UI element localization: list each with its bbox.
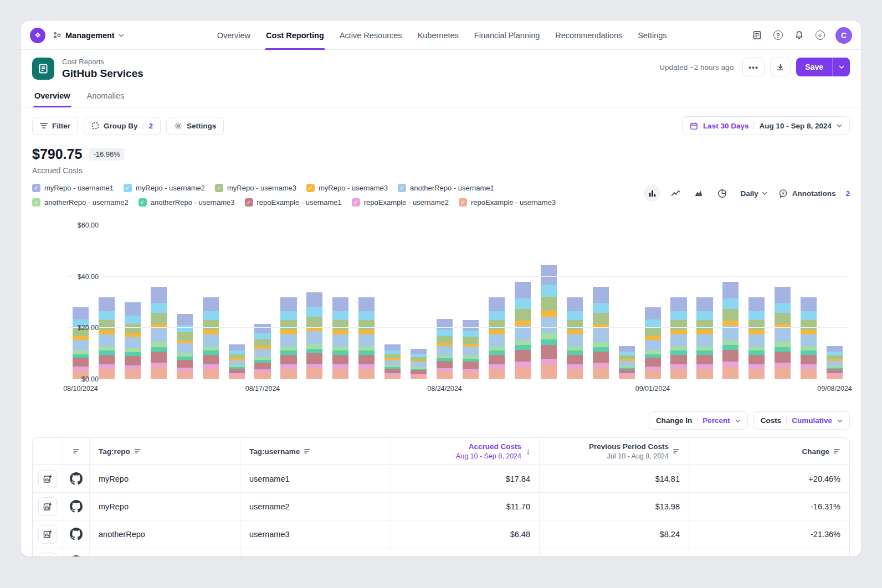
sort-icon[interactable] — [304, 448, 311, 455]
stacked-bar-08/24/2024[interactable] — [437, 225, 453, 379]
docs-icon[interactable] — [748, 27, 766, 44]
bar-segment — [775, 367, 791, 379]
bar-segment — [125, 324, 141, 333]
nav-item-kubernetes[interactable]: Kubernetes — [418, 21, 459, 50]
sort-icon[interactable] — [73, 448, 80, 455]
stacked-bar-08/21/2024[interactable] — [358, 225, 375, 379]
save-options-button[interactable] — [832, 58, 850, 76]
nav-item-cost-reporting[interactable]: Cost Reporting — [266, 21, 324, 50]
date-range-picker[interactable]: Last 30 Days Aug 10 - Sep 8, 2024 — [682, 116, 850, 135]
line-chart-type-button[interactable] — [667, 185, 684, 202]
tab-anomalies[interactable]: Anomalies — [86, 86, 126, 107]
stacked-bar-09/01/2024[interactable] — [645, 225, 661, 379]
legend-item-2[interactable]: ✓myRepo - username3 — [215, 184, 296, 192]
area-chart-type-button[interactable] — [690, 185, 707, 202]
tab-overview[interactable]: Overview — [33, 86, 71, 107]
nav-item-recommendations[interactable]: Recommendations — [555, 21, 622, 50]
stacked-bar-08/25/2024[interactable] — [463, 225, 479, 379]
stacked-bar-09/02/2024[interactable] — [670, 225, 686, 379]
header-tag-username: Tag:username — [240, 438, 391, 465]
cell-provider — [63, 520, 89, 548]
help-icon[interactable]: ? — [769, 27, 787, 44]
nav-item-financial-planning[interactable]: Financial Planning — [474, 21, 540, 50]
nav-item-settings[interactable]: Settings — [638, 21, 666, 50]
legend-item-4[interactable]: ✓anotherRepo - username1 — [398, 184, 494, 192]
more-actions-button[interactable]: ••• — [742, 58, 765, 76]
stacked-bar-08/29/2024[interactable] — [567, 225, 583, 379]
stacked-bar-08/31/2024[interactable] — [619, 225, 635, 379]
bar-segment — [567, 334, 583, 347]
nav-item-active-resources[interactable]: Active Resources — [340, 21, 402, 50]
date-range-value: Aug 10 - Sep 8, 2024 — [759, 122, 832, 130]
bar-chart-type-button[interactable] — [644, 185, 660, 202]
legend-item-3[interactable]: ✓myRepo - username3 — [306, 184, 388, 192]
stacked-bar-08/14/2024[interactable] — [177, 225, 193, 379]
stacked-bar-08/30/2024[interactable] — [593, 225, 609, 379]
bar-segment — [203, 320, 219, 330]
bar-segment — [203, 297, 219, 311]
stacked-bar-08/12/2024[interactable] — [125, 225, 141, 379]
legend-item-7[interactable]: ✓repoExample - username1 — [245, 198, 342, 207]
sort-icon[interactable] — [134, 448, 141, 455]
add-to-chart-button[interactable] — [38, 497, 57, 516]
notifications-bell-icon[interactable] — [790, 27, 808, 44]
stacked-bar-09/04/2024[interactable] — [722, 225, 739, 379]
legend-item-6[interactable]: ✓anotherRepo - username3 — [139, 198, 235, 207]
bar-segment — [358, 311, 375, 320]
legend-item-0[interactable]: ✓myRepo - username1 — [32, 184, 114, 192]
stacked-bar-09/08/2024[interactable] — [827, 225, 843, 379]
stacked-bar-09/06/2024[interactable] — [775, 225, 791, 379]
bar-segment — [332, 297, 348, 311]
add-to-chart-button[interactable] — [38, 525, 57, 544]
stacked-bar-09/07/2024[interactable] — [801, 225, 817, 379]
legend-item-9[interactable]: ✓repoExample - username3 — [459, 198, 556, 207]
stacked-bar-08/18/2024[interactable] — [280, 225, 296, 379]
sort-icon[interactable] — [833, 448, 840, 455]
bar-segment — [280, 297, 296, 311]
stacked-bar-08/15/2024[interactable] — [203, 225, 219, 379]
filter-button[interactable]: Filter — [32, 117, 78, 135]
page-title: GitHub Services — [62, 68, 143, 80]
stacked-bar-08/17/2024[interactable] — [254, 225, 270, 379]
annotations-toggle[interactable]: Annotations 2 — [778, 189, 850, 198]
download-button[interactable] — [770, 58, 791, 76]
stacked-bar-08/10/2024[interactable] — [73, 225, 89, 379]
stacked-bar-08/26/2024[interactable] — [489, 225, 505, 379]
nav-item-overview[interactable]: Overview — [217, 21, 250, 50]
add-icon[interactable]: + — [811, 27, 829, 44]
stacked-bar-09/05/2024[interactable] — [748, 225, 765, 379]
legend-item-8[interactable]: ✓repoExample - username2 — [352, 198, 449, 207]
bar-segment — [722, 298, 739, 309]
bar-segment — [99, 320, 115, 330]
stacked-bar-08/22/2024[interactable] — [384, 225, 401, 379]
stacked-bar-08/28/2024[interactable] — [541, 225, 557, 379]
legend-item-1[interactable]: ✓myRepo - username2 — [124, 184, 205, 192]
sort-icon[interactable] — [673, 448, 680, 455]
save-button[interactable]: Save — [796, 58, 832, 76]
pie-chart-type-button[interactable] — [714, 185, 730, 202]
group-by-button[interactable]: Group By 2 — [84, 117, 161, 135]
stacked-bar-08/13/2024[interactable] — [151, 225, 167, 379]
bar-slot — [536, 225, 562, 379]
legend-item-5[interactable]: ✓anotherRepo - username2 — [32, 198, 129, 207]
bar-segment — [722, 341, 739, 345]
bar-segment — [541, 311, 557, 316]
user-avatar[interactable]: C — [835, 27, 852, 44]
stacked-bar-08/20/2024[interactable] — [332, 225, 348, 379]
bar-segment — [463, 337, 479, 344]
workspace-selector[interactable]: Management — [53, 31, 124, 40]
settings-button[interactable]: Settings — [166, 117, 224, 135]
header-accrued-costs[interactable]: Accrued Costs Aug 10 - Sep 8, 2024 ↓ — [391, 438, 539, 465]
stacked-bar-08/16/2024[interactable] — [229, 225, 245, 379]
costs-select[interactable]: Costs Cumulative — [753, 411, 850, 430]
add-to-chart-button[interactable] — [38, 470, 57, 488]
stacked-bar-08/23/2024[interactable] — [411, 225, 427, 379]
change-in-select[interactable]: Change In Percent — [649, 411, 748, 430]
stacked-bar-08/19/2024[interactable] — [306, 225, 322, 379]
vantage-logo-icon[interactable]: ❖ — [30, 28, 45, 43]
granularity-select[interactable]: Daily — [740, 189, 767, 198]
stacked-bar-08/11/2024[interactable] — [99, 225, 115, 379]
stacked-bar-09/03/2024[interactable] — [696, 225, 712, 379]
stacked-bar-08/27/2024[interactable] — [515, 225, 531, 379]
add-to-chart-button[interactable] — [38, 553, 57, 557]
